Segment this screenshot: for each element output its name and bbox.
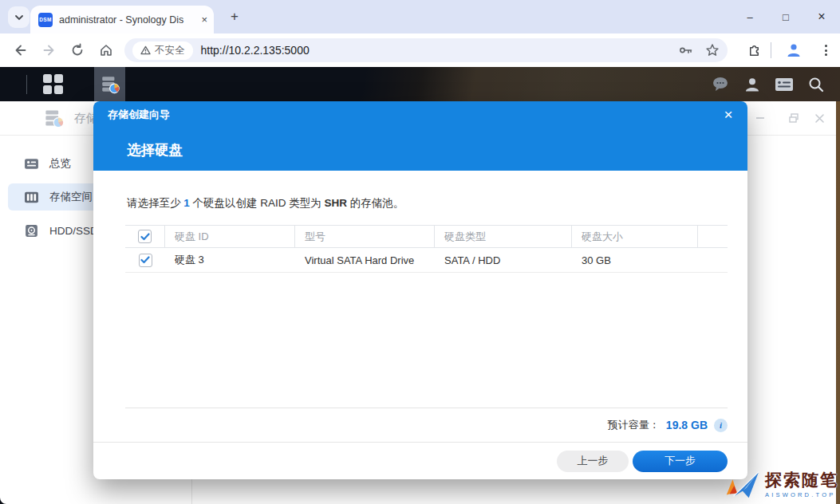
watermark-logo-icon [723,467,761,502]
forward-button[interactable] [35,33,62,67]
dialog-title: 存储创建向导 [108,108,170,122]
dialog-step-title: 选择硬盘 [127,140,183,159]
profile-button[interactable] [780,33,807,67]
minimize-icon [755,112,766,124]
reload-button[interactable] [64,33,91,67]
user-icon [743,76,761,93]
search-button[interactable] [800,67,832,101]
storage-pool-icon [24,190,39,205]
window-minimize-button[interactable]: – [736,0,763,33]
col-header-model[interactable]: 型号 [295,226,435,247]
cell-disk-id: 硬盘 3 [165,253,295,267]
storage-creation-wizard-dialog: 存储创建向导 × 选择硬盘 请选择至少 1 个硬盘以创建 RAID 类型为 SH… [93,101,747,479]
disk-table-header: 硬盘 ID 型号 硬盘类型 硬盘大小 [125,225,728,248]
dsm-favicon: DSM [38,13,53,27]
capacity-divider [125,408,728,408]
dialog-header[interactable] [93,101,747,171]
back-button[interactable] [6,33,34,67]
toolbar-separator [771,42,771,58]
watermark: 探索随笔 AISWORD.TOP [723,467,838,502]
sidebar-label-storage-pool: 存储空间 [49,190,93,204]
home-icon [99,43,113,57]
puzzle-icon [747,43,762,58]
sm-restore-button[interactable] [782,106,806,130]
cell-model: Virtual SATA Hard Drive [295,254,435,266]
bookmark-star-button[interactable] [705,43,720,57]
min-disk-count: 1 [183,197,190,209]
sm-minimize-button[interactable] [748,106,772,130]
close-icon [814,113,825,124]
warning-triangle-icon [140,45,151,55]
key-icon [678,43,694,57]
chevron-down-icon [14,14,24,21]
url-text[interactable]: http://10.2.2.135:5000 [201,44,668,57]
taskbar-storage-manager-button[interactable] [94,67,125,101]
password-key-button[interactable] [678,43,694,57]
disk-table: 硬盘 ID 型号 硬盘类型 硬盘大小 硬盘 3 Virtual SATA Har… [125,225,728,273]
raid-type: SHR [325,197,348,209]
row-checkbox[interactable] [139,254,152,267]
user-options-button[interactable] [736,67,768,101]
sidebar-label-hdd-ssd: HDD/SSD [49,225,98,237]
col-header-disk-size[interactable]: 硬盘大小 [572,226,698,247]
col-header-disk-id[interactable]: 硬盘 ID [165,226,295,247]
three-dots-icon [825,45,827,56]
dialog-footer: 上一步 下一步 [93,442,747,479]
new-tab-button[interactable]: + [226,8,243,26]
storage-manager-window-icon [43,108,65,129]
notifications-button[interactable] [704,67,736,101]
watermark-title: 探索随笔 [765,472,838,489]
widgets-button[interactable] [768,67,800,101]
star-icon [705,43,720,57]
chat-bubble-icon [711,76,730,93]
sm-close-button[interactable] [807,106,831,130]
capacity-label: 预计容量： [608,418,660,432]
cell-disk-size: 30 GB [572,254,698,266]
info-icon[interactable]: i [714,419,728,432]
select-all-checkbox[interactable] [138,230,152,243]
capacity-value: 19.8 GB [666,419,708,431]
row-checkbox-cell [125,254,165,267]
table-row[interactable]: 硬盘 3 Virtual SATA Hard Drive SATA / HDD … [125,248,728,273]
widget-panel-icon [775,77,794,93]
window-close-button[interactable]: × [808,0,835,33]
browser-menu-button[interactable] [812,33,839,67]
tab-title: administrator - Synology Dis [59,14,196,26]
security-label: 不安全 [155,44,185,57]
extensions-button[interactable] [740,33,767,67]
overview-icon [24,156,39,171]
hdd-icon [24,223,39,238]
dialog-close-button[interactable]: × [717,104,739,126]
main-menu-button[interactable] [43,74,64,95]
next-step-button[interactable]: 下一步 [633,451,728,472]
col-header-disk-type[interactable]: 硬盘类型 [435,226,572,247]
taskbar-separator [26,75,27,94]
profile-avatar-icon [785,41,803,59]
previous-step-button[interactable]: 上一步 [557,451,629,472]
tab-close-icon[interactable]: × [201,14,207,25]
reload-icon [70,43,85,57]
search-icon [807,76,825,93]
address-bar[interactable]: 不安全 http://10.2.2.135:5000 [124,38,728,62]
forward-arrow-icon [41,43,57,57]
sidebar-divider [191,479,192,504]
check-icon [140,233,150,241]
cell-disk-type: SATA / HDD [435,254,572,266]
restore-icon [788,112,799,124]
select-all-cell [125,226,165,247]
capacity-row: 预计容量： 19.8 GB i [125,415,728,435]
storage-manager-icon [100,74,120,95]
browser-tab[interactable]: DSM administrator - Synology Dis × [30,6,214,33]
home-button[interactable] [93,33,120,67]
taskbar-tray [704,67,832,101]
back-arrow-icon [13,43,28,57]
browser-titlebar: DSM administrator - Synology Dis × + – □… [0,0,840,33]
dialog-instruction: 请选择至少 1 个硬盘以创建 RAID 类型为 SHR 的存储池。 [127,196,404,211]
check-icon [140,256,150,264]
window-maximize-button[interactable]: □ [772,0,799,33]
tab-search-button[interactable] [8,6,30,28]
watermark-subtitle: AISWORD.TOP [765,491,835,498]
sidebar-label-overview: 总览 [49,156,71,171]
col-header-spacer [698,226,728,247]
security-chip[interactable]: 不安全 [132,41,193,60]
